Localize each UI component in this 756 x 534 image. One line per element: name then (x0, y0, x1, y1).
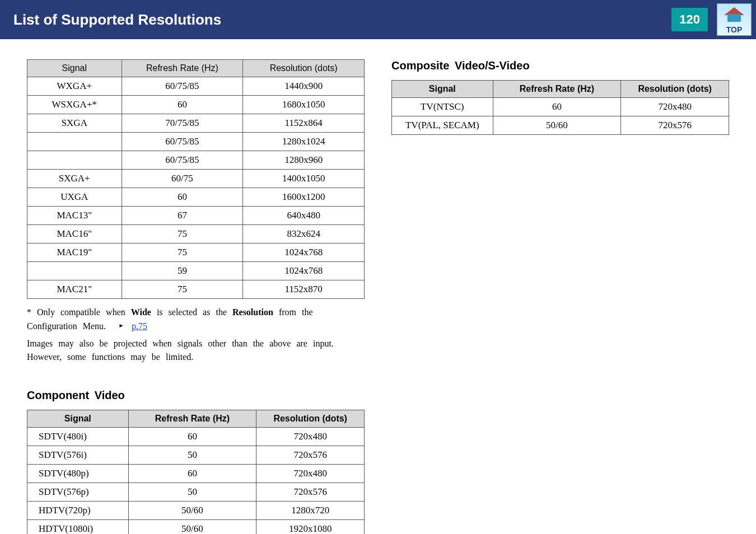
col-signal: Signal (27, 60, 122, 77)
col-refresh: Refresh Rate (Hz) (493, 81, 621, 98)
footnote-line2: Configuration Menu. p.75 (27, 320, 365, 334)
table-header-row: Signal Refresh Rate (Hz) Resolution (dot… (27, 410, 365, 428)
hand-pointer-icon (114, 320, 124, 334)
table-row: HDTV(1080i)50/601920x1080 (27, 520, 365, 534)
table-row: SDTV(480i)60720x480 (27, 428, 365, 446)
table-row: SDTV(576p)50720x576 (27, 483, 365, 502)
component-video-heading: Component Video (27, 389, 365, 402)
table-row: UXGA601600x1200 (27, 188, 365, 207)
footnote-block: * Only compatible when Wide is selected … (27, 306, 365, 364)
table-row: SXGA+60/751400x1050 (27, 170, 365, 188)
table-row: 591024x768 (27, 262, 365, 280)
composite-video-heading: Composite Video/S-Video (391, 59, 729, 72)
col-refresh: Refresh Rate (Hz) (128, 410, 256, 428)
table-row: MAC21"751152x870 (27, 280, 365, 299)
header-right: 120 TOP (671, 3, 756, 36)
col-refresh: Refresh Rate (Hz) (122, 60, 243, 77)
col-resolution: Resolution (dots) (621, 81, 729, 98)
table-row: HDTV(720p)50/601280x720 (27, 502, 365, 520)
table-header-row: Signal Refresh Rate (Hz) Resolution (dot… (392, 81, 729, 98)
table-row: 60/75/851280x1024 (27, 133, 365, 151)
footnote-line1: * Only compatible when Wide is selected … (27, 306, 365, 320)
table-row: SXGA70/75/851152x864 (27, 114, 365, 133)
logo-label: TOP (726, 25, 743, 34)
table-header-row: Signal Refresh Rate (Hz) Resolution (dot… (27, 60, 365, 77)
table-row: MAC16"75832x624 (27, 225, 365, 243)
col-resolution: Resolution (dots) (256, 410, 365, 428)
house-body-icon (727, 14, 741, 22)
content-area: Signal Refresh Rate (Hz) Resolution (dot… (0, 39, 756, 534)
page-number: 120 (671, 8, 708, 31)
table-row: 60/75/851280x960 (27, 151, 365, 170)
col-signal: Signal (27, 410, 129, 428)
table-row: WXGA+60/75/851440x900 (27, 77, 365, 96)
component-video-table: Signal Refresh Rate (Hz) Resolution (dot… (27, 410, 365, 534)
table-row: TV(NTSC)60720x480 (392, 98, 729, 116)
composite-video-table: Signal Refresh Rate (Hz) Resolution (dot… (391, 80, 729, 135)
table-row: WSXGA+*601680x1050 (27, 96, 365, 114)
resolutions-table-1: Signal Refresh Rate (Hz) Resolution (dot… (27, 59, 365, 299)
footnote-line3: Images may also be projected when signal… (27, 337, 365, 365)
table-row: MAC13"67640x480 (27, 207, 365, 225)
page-header: List of Supported Resolutions 120 TOP (0, 0, 756, 39)
col-signal: Signal (392, 81, 493, 98)
right-column: Composite Video/S-Video Signal Refresh R… (391, 59, 729, 534)
table-row: SDTV(480p)60720x480 (27, 465, 365, 483)
table-row: MAC19"751024x768 (27, 243, 365, 262)
top-logo[interactable]: TOP (717, 3, 752, 36)
page-title: List of Supported Resolutions (13, 11, 221, 29)
table-row: TV(PAL, SECAM)50/60720x576 (392, 116, 729, 135)
left-column: Signal Refresh Rate (Hz) Resolution (dot… (27, 59, 365, 534)
col-resolution: Resolution (dots) (243, 60, 365, 77)
table-row: SDTV(576i)50720x576 (27, 446, 365, 465)
page-reference-link[interactable]: p.75 (132, 321, 147, 331)
